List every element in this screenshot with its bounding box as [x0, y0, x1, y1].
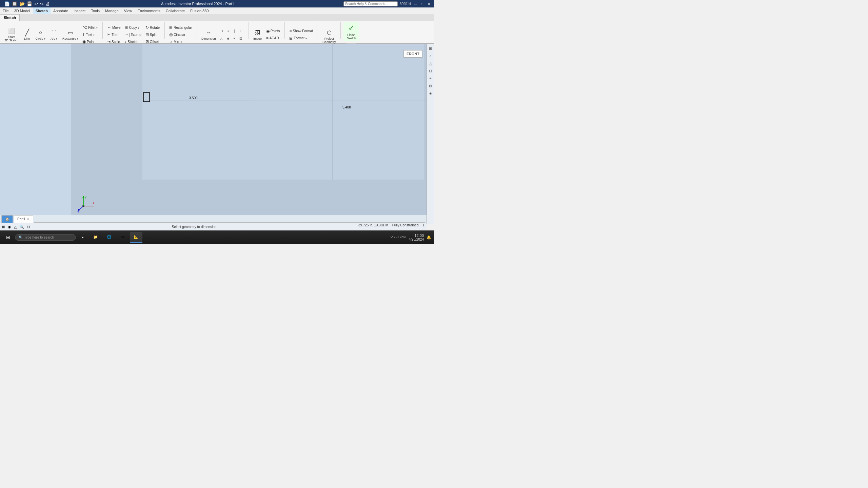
image-button[interactable]: 🖼 Image — [252, 25, 264, 44]
status-icon-4[interactable]: 🔍 — [19, 225, 24, 229]
status-bar: ⊞ ◉ △ 🔍 ⊡ Select geometry to dimension 3… — [0, 223, 427, 231]
constrain-5-button[interactable]: △ — [218, 35, 224, 42]
circle-button[interactable]: ○ Circle ▾ — [34, 25, 47, 44]
inventor-app[interactable]: 📐 — [130, 232, 142, 243]
close-part1-tab[interactable]: ✕ — [27, 218, 29, 221]
insert-items: 🖼 Image ◉ Points ≡ ACAD — [252, 22, 282, 47]
format-button[interactable]: ⊞ Format ▾ — [288, 35, 314, 42]
close-button[interactable]: ✕ — [427, 1, 431, 6]
line-button[interactable]: ╱ Line — [21, 25, 33, 44]
c3-icon: | — [234, 29, 235, 33]
qa-print-icon[interactable]: 🖨 — [45, 1, 51, 7]
qa-file-icon[interactable]: 📄 — [4, 1, 10, 7]
pattern-col: ⊞ Rectangular ◎ Circular ⊿ Mirror — [167, 24, 194, 45]
modify-col3: ↻ Rotate ⊟ Split ⊠ Offset — [144, 24, 161, 45]
sidebar-zoom-icon[interactable]: ⊟ — [428, 68, 434, 74]
dimension-button[interactable]: ↔ Dimension — [200, 25, 218, 44]
rotate-button[interactable]: ↻ Rotate — [144, 24, 161, 31]
taskbar-left: ⊞ 🔍 Type here to search ▪ 📁 🌐 ✉ 📐 — [3, 232, 142, 243]
title-center: Autodesk Inventor Professional 2024 - Pa… — [52, 2, 343, 6]
move-button[interactable]: ↔ Move — [105, 24, 122, 31]
status-icon-1[interactable]: ⊞ — [2, 225, 5, 229]
tab-home[interactable]: 🏠 — [1, 215, 13, 223]
divider-5 — [284, 22, 285, 39]
sidebar-orbit-icon[interactable]: ○ — [428, 53, 434, 59]
menu-collaborate[interactable]: Collaborate — [163, 7, 188, 14]
task-view-button[interactable]: ▪ — [77, 232, 88, 243]
file-explorer-app[interactable]: 📁 — [90, 232, 102, 243]
qa-new-icon[interactable]: 🔲 — [12, 1, 18, 7]
project-geometry-button[interactable]: ⬡ ProjectGeometry — [321, 27, 338, 46]
menu-fusion360[interactable]: Fusion 360 — [188, 7, 211, 14]
rectangular-button[interactable]: ⊞ Rectangular — [167, 24, 194, 31]
maximize-button[interactable]: □ — [420, 1, 425, 6]
constrain-4-button[interactable]: ⊥ — [237, 27, 243, 34]
qa-open-icon[interactable]: 📂 — [19, 1, 25, 7]
menu-3dmodel[interactable]: 3D Model — [12, 7, 33, 14]
start-2d-sketch-button[interactable]: ⬜ Start2D Sketch — [3, 25, 20, 44]
status-info: 39.725 in, 13.381 in Fully Constrained 1 — [358, 223, 425, 227]
taskbar-search-box[interactable]: 🔍 Type here to search — [15, 234, 76, 241]
sidebar-look-at-icon[interactable]: ≡ — [428, 75, 434, 81]
constrain-2-button[interactable]: ✓ — [225, 27, 232, 34]
help-search-input[interactable] — [343, 1, 398, 6]
menu-inspect[interactable]: Inspect — [71, 7, 88, 14]
browser-app[interactable]: 🌐 — [103, 232, 115, 243]
arc-button[interactable]: ⌒ Arc ▾ — [48, 25, 60, 44]
sidebar-view-cube-icon[interactable]: ⊞ — [428, 45, 434, 52]
canvas[interactable]: 3.500 5.400 FRONT — [71, 44, 427, 224]
qa-undo-icon[interactable]: ↩ — [34, 1, 38, 7]
svg-marker-10 — [82, 196, 84, 198]
z-axis-label: Z — [77, 211, 79, 213]
mail-app[interactable]: ✉ — [117, 232, 129, 243]
tab-sketch[interactable]: Sketch — [0, 14, 20, 21]
show-format-label: Show Format — [293, 29, 313, 33]
mirror-label: Mirror — [174, 40, 182, 44]
sidebar-pan-icon[interactable]: △ — [428, 60, 434, 66]
menu-manage[interactable]: Manage — [102, 7, 121, 14]
trim-button[interactable]: ✂ Trim — [105, 31, 122, 38]
minimize-button[interactable]: — — [413, 1, 418, 6]
text-button[interactable]: T Text ▾ — [81, 31, 99, 38]
finish-sketch-button[interactable]: ✓ FinishSketch — [343, 22, 359, 41]
qa-redo-icon[interactable]: ↪ — [40, 1, 44, 7]
circle-label: Circle ▾ — [36, 37, 46, 41]
circular-button[interactable]: ◎ Circular — [167, 31, 194, 38]
menu-view[interactable]: View — [121, 7, 135, 14]
status-icon-2[interactable]: ◉ — [8, 225, 11, 229]
divider-3 — [197, 22, 197, 39]
constrain-3-button[interactable]: | — [232, 27, 237, 34]
sidebar-grid-icon[interactable]: ◈ — [428, 90, 434, 96]
tab-part1[interactable]: Part1 ✕ — [14, 215, 33, 223]
status-icon-3[interactable]: △ — [14, 225, 17, 229]
project-geometry-icon: ⬡ — [325, 28, 333, 37]
rectangle-button[interactable]: ▭ Rectangle ▾ — [61, 25, 80, 44]
constrain-6-button[interactable]: ◈ — [225, 35, 231, 42]
coord-indicator: X Y Z — [77, 196, 94, 214]
acad-button[interactable]: ≡ ACAD — [264, 35, 282, 42]
modify-items: ↔ Move ✂ Trim ⇥ Scale ⊞ Copy ▾ — [105, 22, 161, 47]
menu-annotate[interactable]: Annotate — [51, 7, 71, 14]
constrain-1-button[interactable]: ⊣ — [218, 27, 225, 34]
create-small-col: ⌥ Fillet ▾ T Text ▾ ◉ Point — [81, 24, 99, 45]
menu-file[interactable]: File — [0, 7, 12, 14]
show-format-button[interactable]: ≡ Show Format — [288, 28, 314, 35]
constrain-8-button[interactable]: ⊡ — [238, 35, 244, 42]
sidebar-home-icon[interactable]: ⊠ — [428, 83, 434, 89]
points-button[interactable]: ◉ Points — [264, 28, 282, 35]
sketch-icon: ⬜ — [7, 27, 16, 35]
menu-sketch[interactable]: Sketch — [33, 7, 51, 14]
constrain-7-button[interactable]: ≡ — [232, 35, 237, 42]
menu-tools[interactable]: Tools — [88, 7, 102, 14]
extend-button[interactable]: →| Extend — [123, 31, 143, 38]
qa-save-icon[interactable]: 💾 — [26, 1, 33, 7]
copy-button[interactable]: ⊞ Copy ▾ — [123, 24, 143, 31]
start-button[interactable]: ⊞ — [3, 232, 14, 243]
split-button[interactable]: ⊟ Split — [144, 31, 161, 38]
menu-environments[interactable]: Environments — [135, 7, 163, 14]
dim-width-text: 3.500 — [189, 96, 197, 100]
status-icon-5[interactable]: ⊡ — [27, 225, 30, 229]
notification-icon[interactable]: 🔔 — [427, 235, 431, 240]
start-sketch-label: Start2D Sketch — [4, 36, 19, 42]
fillet-button[interactable]: ⌥ Fillet ▾ — [81, 24, 99, 31]
